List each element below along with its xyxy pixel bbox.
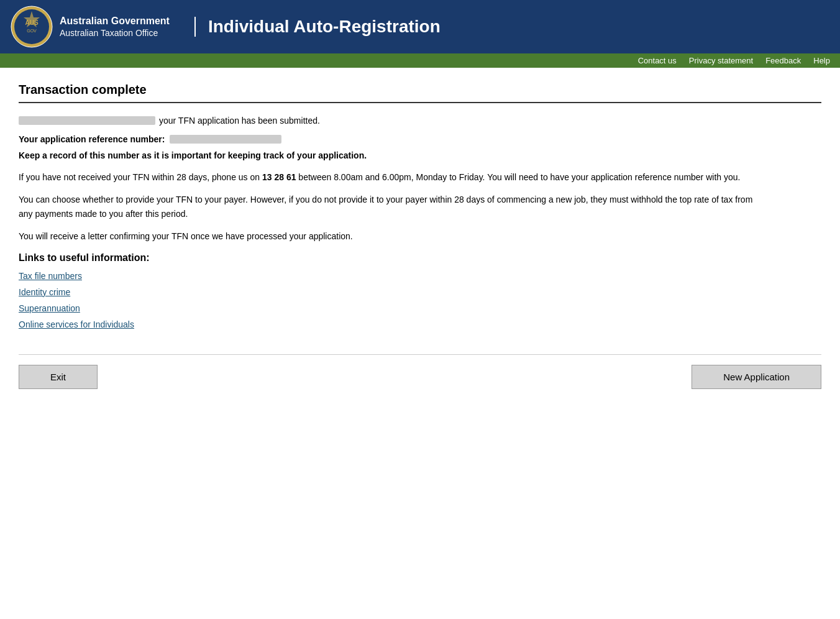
page-header-title: Individual Auto-Registration	[194, 17, 441, 37]
info-para-3: You will receive a letter confirming you…	[19, 229, 764, 243]
useful-links-list: Tax file numbers Identity crime Superann…	[19, 271, 821, 329]
submission-text: your TFN application has been submitted.	[159, 116, 320, 126]
coat-of-arms-icon: AUS GOV	[10, 5, 53, 48]
list-item: Online services for Individuals	[19, 319, 821, 329]
divider	[19, 102, 821, 103]
nav-feedback[interactable]: Feedback	[765, 56, 801, 65]
keep-record-text: Keep a record of this number as it is im…	[19, 150, 821, 160]
nav-bar: Contact us Privacy statement Feedback He…	[0, 53, 840, 68]
nav-help[interactable]: Help	[813, 56, 830, 65]
logo-area: AUS GOV Australian Government Australian…	[10, 5, 170, 48]
link-superannuation[interactable]: Superannuation	[19, 303, 80, 313]
new-application-button[interactable]: New Application	[692, 365, 821, 389]
info-para-2: You can choose whether to provide your T…	[19, 193, 764, 221]
ref-label: Your application reference number:	[19, 134, 165, 144]
submission-line: your TFN application has been submitted.	[19, 116, 821, 126]
redacted-ref-block	[170, 135, 281, 144]
link-identity-crime[interactable]: Identity crime	[19, 287, 70, 297]
nav-privacy-statement[interactable]: Privacy statement	[689, 56, 753, 65]
svg-text:GOV: GOV	[27, 29, 37, 33]
nav-contact-us[interactable]: Contact us	[638, 56, 677, 65]
links-heading: Links to useful information:	[19, 252, 821, 264]
main-content: Transaction complete your TFN applicatio…	[0, 68, 840, 414]
org-sub: Australian Taxation Office	[60, 27, 170, 39]
link-tax-file-numbers[interactable]: Tax file numbers	[19, 271, 82, 281]
list-item: Superannuation	[19, 303, 821, 313]
page-title: Transaction complete	[19, 83, 821, 97]
list-item: Identity crime	[19, 287, 821, 297]
org-name: Australian Government	[60, 15, 170, 28]
org-name-area: Australian Government Australian Taxatio…	[60, 15, 170, 39]
footer-buttons: Exit New Application	[19, 354, 821, 399]
page-header: AUS GOV Australian Government Australian…	[0, 0, 840, 53]
ref-number-line: Your application reference number:	[19, 134, 821, 144]
redacted-name-block	[19, 116, 155, 125]
link-online-services[interactable]: Online services for Individuals	[19, 319, 134, 329]
info-para-1: If you have not received your TFN within…	[19, 170, 764, 184]
list-item: Tax file numbers	[19, 271, 821, 281]
exit-button[interactable]: Exit	[19, 365, 98, 389]
